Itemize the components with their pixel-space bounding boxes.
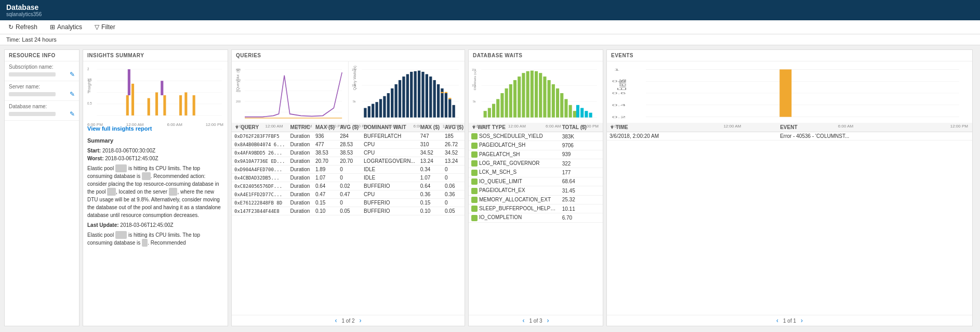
max-cell: 0.10 bbox=[313, 207, 337, 215]
events-title: EVENTS bbox=[607, 50, 972, 61]
table-row[interactable]: 0xC824056576DF... Duration 0.64 0.02 BUF… bbox=[232, 182, 465, 190]
server-edit-icon[interactable]: ✎ bbox=[70, 91, 75, 98]
table-row[interactable]: 0x4CBDAD32DB5... Duration 1.07 0 IDLE 1.… bbox=[232, 174, 465, 182]
svg-rect-99 bbox=[589, 113, 592, 118]
dw-t1: 6:00 PM bbox=[473, 124, 488, 129]
svg-rect-78 bbox=[500, 93, 504, 118]
svg-rect-17 bbox=[193, 95, 195, 116]
svg-rect-13 bbox=[155, 93, 158, 116]
svg-rect-96 bbox=[576, 105, 579, 118]
max-cell: 20.70 bbox=[313, 157, 337, 165]
qd-t2: 12:00 AM bbox=[266, 124, 283, 129]
table-row[interactable]: 0x147F23844F44E8 Duration 0.10 0.05 BUFF… bbox=[232, 207, 465, 215]
qw-t4: 12:00 PM bbox=[443, 124, 460, 129]
refresh-icon: ↻ bbox=[8, 23, 14, 31]
table-row[interactable]: SOS_SCHEDULER_YIELD 383K bbox=[469, 132, 603, 141]
table-row[interactable]: IO_QUEUE_LIMIT 68.64 bbox=[469, 177, 603, 186]
dominant-wait-cell: BUFFERLATCH bbox=[361, 132, 418, 141]
dominant-wait-cell: BUFFERIO bbox=[361, 182, 418, 190]
query-cell: 0xD904A4FED700... bbox=[232, 165, 288, 174]
subscription-value bbox=[9, 72, 56, 76]
event-event-cell: Error - 40536 - 'COLUMNST... bbox=[777, 132, 972, 141]
subscription-row: ✎ bbox=[9, 71, 75, 78]
queries-pagination: ‹ 1 of 2 › bbox=[232, 315, 465, 326]
svg-text:1: 1 bbox=[614, 68, 620, 71]
avg-cell: 0.47 bbox=[337, 190, 361, 199]
max-cell: 0.64 bbox=[313, 182, 337, 190]
insights-content: View full insights report Summary Start:… bbox=[83, 121, 228, 326]
max-cell: 1.07 bbox=[313, 174, 337, 182]
wait-max-cell: 34.52 bbox=[418, 149, 442, 157]
table-row[interactable]: 0x8A4B0B04074 6... Duration 477 28.53 CP… bbox=[232, 141, 465, 149]
qd-t1: 6:00 PM bbox=[236, 124, 251, 129]
table-row[interactable]: 0xE761222848FB 8D Duration 0.15 0 BUFFER… bbox=[232, 199, 465, 207]
database-field: Database name: ✎ bbox=[5, 101, 79, 121]
analytics-button[interactable]: ⊞ Analytics bbox=[48, 22, 84, 32]
wait-icon bbox=[471, 160, 478, 167]
waits-prev-btn[interactable]: ‹ bbox=[521, 317, 526, 324]
query-cell: 0xC824056576DF... bbox=[232, 182, 288, 190]
svg-text:1: 1 bbox=[87, 90, 89, 93]
svg-rect-76 bbox=[492, 104, 495, 118]
table-row[interactable]: SLEEP_BUFFERPOOL_HELPLW 10.11 bbox=[469, 204, 603, 213]
wait-total-cell: 25.32 bbox=[560, 195, 603, 204]
svg-rect-45 bbox=[387, 93, 389, 118]
table-row[interactable]: 0xD762F283F7FBF5 Duration 936 284 BUFFER… bbox=[232, 132, 465, 141]
max-cell: 936 bbox=[313, 132, 337, 141]
waits-next-btn[interactable]: › bbox=[546, 317, 551, 324]
wait-avg-cell: 0 bbox=[442, 174, 465, 182]
wait-avg-cell: 13.24 bbox=[442, 157, 465, 165]
svg-rect-81 bbox=[513, 80, 517, 118]
table-row[interactable]: LOG_RATE_GOVERNOR 322 bbox=[469, 159, 603, 168]
table-row[interactable]: LCK_M_SCH_S 177 bbox=[469, 168, 603, 177]
redacted-2 bbox=[142, 172, 151, 180]
filter-button[interactable]: ▽ Filter bbox=[92, 22, 117, 32]
wait-avg-cell: 185 bbox=[442, 132, 465, 141]
query-cell: 0x4CBDAD32DB5... bbox=[232, 174, 288, 182]
wait-max-cell: 1.07 bbox=[418, 174, 442, 182]
table-row[interactable]: PAGEIOLATCH_SH 9706 bbox=[469, 141, 603, 150]
svg-rect-12 bbox=[148, 98, 150, 116]
table-row[interactable]: 0xD904A4FED700... Duration 1.89 0 IDLE 0… bbox=[232, 165, 465, 174]
subscription-edit-icon[interactable]: ✎ bbox=[70, 71, 75, 78]
refresh-button[interactable]: ↻ Refresh bbox=[6, 22, 39, 32]
wait-type-cell: SOS_SCHEDULER_YIELD bbox=[469, 132, 560, 141]
table-row[interactable]: 0x4AFA9BDD5 26... Duration 38.53 38.53 C… bbox=[232, 149, 465, 157]
table-row[interactable]: IO_COMPLETION 6.70 bbox=[469, 213, 603, 222]
svg-text:0.5: 0.5 bbox=[87, 101, 92, 105]
table-row[interactable]: 0x9A10A7736E ED... Duration 20.70 20.70 … bbox=[232, 157, 465, 165]
wait-total-cell: 177 bbox=[560, 168, 603, 177]
events-next-btn[interactable]: › bbox=[799, 317, 804, 324]
svg-rect-51 bbox=[410, 72, 413, 118]
qw-t1: 6:00 PM bbox=[353, 124, 368, 129]
dominant-wait-cell: CPU bbox=[361, 149, 418, 157]
table-row[interactable]: PAGEIOLATCH_EX 31.45 bbox=[469, 186, 603, 195]
max-cell: 38.53 bbox=[313, 149, 337, 157]
wait-type-cell: LCK_M_SCH_S bbox=[469, 168, 560, 177]
max-cell: 0.47 bbox=[313, 190, 337, 199]
table-row[interactable]: 0xA4E1FFD2D77C... Duration 0.47 0.47 CPU… bbox=[232, 190, 465, 199]
queries-next-btn[interactable]: › bbox=[358, 317, 363, 324]
svg-text:600: 600 bbox=[236, 79, 241, 82]
dominant-wait-cell: BUFFERIO bbox=[361, 207, 418, 215]
db-waits-chart-area: Db Waits (s) 15k 10k 5k bbox=[469, 61, 603, 123]
query-waits-chart: Query Waits (s) 15k 10k 5k bbox=[352, 63, 462, 123]
table-row[interactable]: 3/6/2018, 2:00:20 AM Error - 40536 - 'CO… bbox=[607, 132, 972, 141]
queries-panel: QUERIES Query dur. (s) 800 600 400 200 bbox=[231, 49, 465, 326]
wait-type-cell: MEMORY_ALLOCATION_EXT bbox=[469, 195, 560, 204]
redacted-3 bbox=[107, 188, 116, 196]
insights-title: INSIGHTS SUMMARY bbox=[83, 50, 228, 61]
queries-prev-btn[interactable]: ‹ bbox=[333, 317, 338, 324]
max-cell: 1.89 bbox=[313, 165, 337, 174]
svg-rect-40 bbox=[367, 106, 370, 118]
avg-cell: 0.05 bbox=[337, 207, 361, 215]
events-prev-btn[interactable]: ‹ bbox=[775, 317, 780, 324]
table-row[interactable]: MEMORY_ALLOCATION_EXT 25.32 bbox=[469, 195, 603, 204]
server-row: ✎ bbox=[9, 91, 75, 98]
table-row[interactable]: PAGELATCH_SH 939 bbox=[469, 150, 603, 159]
insights-time-3: 6:00 AM bbox=[167, 122, 182, 127]
ev-t3: 6:00 AM bbox=[838, 124, 853, 129]
svg-rect-46 bbox=[391, 88, 393, 118]
database-edit-icon[interactable]: ✎ bbox=[70, 110, 75, 118]
wait-icon bbox=[471, 188, 478, 194]
